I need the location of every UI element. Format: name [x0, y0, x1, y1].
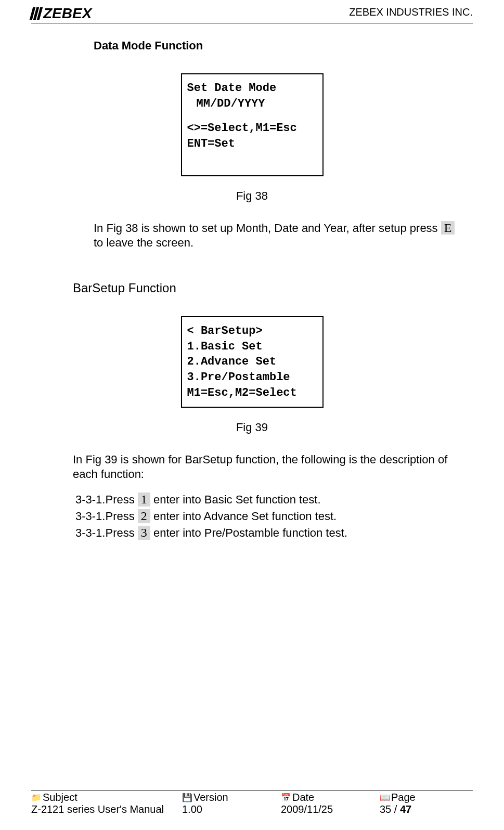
fig39-description: In Fig 39 is shown for BarSetup function… — [73, 452, 468, 481]
keycap-1: 1 — [138, 492, 150, 506]
footer-version: 1.00 — [182, 803, 281, 815]
barsetup-function-list: 3-3-1.Press 1 enter into Basic Set funct… — [75, 491, 473, 541]
page-header: ZEBEX ZEBEX INDUSTRIES INC. — [31, 5, 473, 23]
page-sep: / — [391, 803, 400, 815]
figure-caption-38: Fig 38 — [31, 189, 473, 203]
keycap-e: E — [441, 221, 455, 235]
text: enter into Basic Set function test. — [150, 493, 321, 506]
text: enter into Advance Set function test. — [150, 510, 337, 523]
page-total: 47 — [400, 803, 411, 815]
lcd-screen-fig39: < BarSetup> 1.Basic Set 2.Advance Set 3.… — [181, 316, 324, 408]
lcd-line: <>=Select,M1=Esc — [187, 121, 317, 136]
lcd-line: < BarSetup> — [187, 323, 317, 339]
footer-date: 2009/11/25 — [281, 803, 380, 815]
lcd-screen-fig38: Set Date Mode MM/DD/YYYY <>=Select,M1=Es… — [181, 73, 324, 176]
figure-caption-39: Fig 39 — [31, 421, 473, 434]
fig38-description: In Fig 38 is shown to set up Month, Date… — [94, 221, 457, 250]
text: 3-3-1.Press — [75, 493, 138, 506]
footer-label-date: Date — [292, 792, 314, 803]
lcd-line: ENT=Set — [187, 136, 317, 152]
text: 3-3-1.Press — [75, 526, 138, 539]
lcd-line: M1=Esc,M2=Select — [187, 385, 317, 401]
folder-icon: 📁 — [31, 793, 42, 802]
text: In Fig 38 is shown to set up Month, Date… — [94, 222, 438, 235]
section-title-barsetup: BarSetup Function — [73, 281, 473, 295]
keycap-3: 3 — [138, 526, 150, 539]
disk-icon: 💾 — [182, 793, 192, 802]
text: to leave the screen. — [94, 236, 193, 249]
footer-page: 35 / 47 — [380, 803, 468, 815]
lcd-line: MM/DD/YYYY — [197, 96, 317, 112]
calendar-icon: 📅 — [281, 793, 291, 802]
page-footer: 📁 Subject 💾 Version 📅 Date 📖 Page Z-2121… — [31, 790, 473, 815]
list-item: 3-3-1.Press 1 enter into Basic Set funct… — [75, 491, 473, 508]
lcd-line: 1.Basic Set — [187, 339, 317, 355]
list-item: 3-3-1.Press 2 enter into Advance Set fun… — [75, 508, 473, 525]
lcd-line: Set Date Mode — [187, 81, 317, 96]
book-icon: 📖 — [380, 793, 390, 802]
section-title-data-mode: Data Mode Function — [94, 39, 473, 53]
lcd-line: 3.Pre/Postamble — [187, 370, 317, 385]
footer-label-version: Version — [193, 792, 228, 803]
list-item: 3-3-1.Press 3 enter into Pre/Postamble f… — [75, 525, 473, 541]
page-current: 35 — [380, 803, 391, 815]
keycap-2: 2 — [138, 509, 150, 523]
footer-label-page: Page — [391, 792, 416, 803]
logo-text: ZEBEX — [43, 5, 92, 22]
text: 3-3-1.Press — [75, 510, 138, 523]
lcd-line: 2.Advance Set — [187, 354, 317, 370]
logo-bars-icon — [30, 7, 44, 20]
logo: ZEBEX — [31, 5, 92, 22]
footer-label-subject: Subject — [43, 792, 77, 803]
text: enter into Pre/Postamble function test. — [150, 526, 347, 539]
company-name: ZEBEX INDUSTRIES INC. — [349, 5, 473, 18]
footer-subject: Z-2121 series User's Manual — [31, 803, 182, 815]
